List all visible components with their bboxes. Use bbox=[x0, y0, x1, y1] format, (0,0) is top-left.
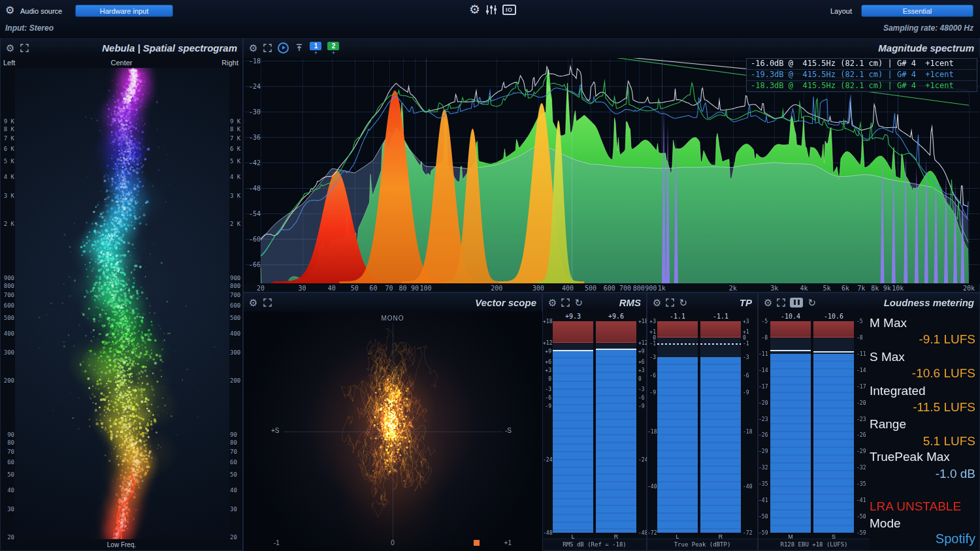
settings-gear-icon[interactable]: ⚙ bbox=[469, 3, 480, 16]
tp-peak-right: -1.1 bbox=[700, 313, 741, 320]
meter-tick: -48 bbox=[543, 530, 551, 536]
mixer-sliders-icon[interactable] bbox=[485, 5, 497, 15]
freq-tick: 40 bbox=[230, 487, 243, 494]
meter-tick: -24 bbox=[638, 457, 647, 463]
hardware-input-button[interactable]: Hardware input bbox=[75, 5, 173, 17]
freq-tick: 400 bbox=[1, 330, 14, 337]
meter-tick: -40 bbox=[743, 484, 753, 490]
rms-title: RMS bbox=[619, 297, 641, 308]
spatial-spectrogram-canvas[interactable] bbox=[15, 68, 229, 539]
freq-tick: 300 bbox=[532, 285, 544, 292]
db-tick: -48 bbox=[249, 185, 261, 192]
slot-2-add-icon[interactable]: + bbox=[332, 50, 335, 55]
meter-value-line bbox=[657, 343, 698, 345]
tp-settings-gear-icon[interactable]: ⚙ bbox=[653, 298, 661, 307]
magnitude-db-scale: -18-24-30-36-42-48-54-60-66 bbox=[245, 58, 261, 283]
reset-icon[interactable]: ↻ bbox=[808, 298, 816, 307]
fullscreen-icon[interactable] bbox=[777, 298, 785, 307]
loudness-meter-bar-s[interactable] bbox=[813, 321, 854, 533]
loudness-peak-m: -10.4 bbox=[770, 313, 811, 320]
meter-tick: -6 bbox=[743, 373, 753, 379]
fullscreen-icon[interactable] bbox=[263, 44, 272, 52]
loudness-settings-gear-icon[interactable]: ⚙ bbox=[764, 298, 772, 307]
freq-tick: 600 bbox=[604, 285, 615, 292]
rms-meter-bar-left[interactable] bbox=[553, 321, 593, 533]
mode-value[interactable]: Spotify bbox=[936, 531, 975, 546]
rms-footer: RMS dB (Ref = -18) bbox=[543, 539, 646, 550]
rms-settings-gear-icon[interactable]: ⚙ bbox=[548, 298, 557, 307]
freq-tick: 50 bbox=[1, 471, 14, 478]
freq-tick: 60 bbox=[230, 459, 243, 465]
audio-source-settings-gear-icon[interactable]: ⚙ bbox=[5, 5, 14, 16]
pause-button[interactable] bbox=[790, 298, 803, 307]
freq-tick: 80 bbox=[1, 439, 14, 446]
spectrum-slot-1[interactable]: 1 + bbox=[310, 42, 321, 55]
db-tick: -18 bbox=[249, 57, 261, 65]
freq-tick: 900 bbox=[230, 275, 243, 281]
meter-tick: +6 bbox=[638, 359, 647, 365]
db-tick: -60 bbox=[249, 236, 261, 243]
meter-tick: -17 bbox=[759, 384, 768, 390]
tp-header: ⚙ ↻ TP bbox=[647, 293, 757, 311]
freq-tick: 800 bbox=[230, 283, 243, 289]
freq-tick: 90 bbox=[1, 432, 14, 438]
freq-tick: 3 K bbox=[1, 193, 14, 199]
meter-tick: +3 bbox=[638, 368, 647, 373]
layout-essential-button[interactable]: Essential bbox=[861, 5, 973, 17]
nebula-settings-gear-icon[interactable]: ⚙ bbox=[6, 43, 14, 53]
meter-tick: -59 bbox=[857, 530, 868, 536]
cursor-readout-row: -16.0dB @ 415.5Hz (82.1 cm) | G# 4 +1cen… bbox=[747, 59, 977, 69]
freq-tick: 6 K bbox=[1, 146, 14, 152]
meter-tick: -9 bbox=[543, 403, 551, 409]
tp-scale-left: +3+10-1-3-6-9-18-40-72 bbox=[647, 293, 656, 550]
reset-icon[interactable]: ↻ bbox=[574, 298, 583, 307]
fullscreen-icon[interactable] bbox=[561, 298, 570, 307]
vector-settings-gear-icon[interactable]: ⚙ bbox=[249, 298, 257, 307]
freq-tick: 8k bbox=[871, 285, 879, 292]
meter-tick: -18 bbox=[647, 429, 656, 435]
snapshot-to-top-icon[interactable] bbox=[295, 43, 304, 52]
freq-tick: 4k bbox=[800, 285, 808, 292]
live-play-icon[interactable] bbox=[278, 42, 289, 54]
magnitude-title: Magnitude spectrum bbox=[878, 42, 974, 54]
loudness-meter-bar-m[interactable] bbox=[770, 321, 811, 533]
meter-tick: +12 bbox=[638, 340, 647, 346]
freq-tick: 5 K bbox=[230, 158, 243, 165]
magnitude-settings-gear-icon[interactable]: ⚙ bbox=[249, 43, 257, 53]
meter-tick: -14 bbox=[759, 368, 768, 373]
tp-footer: True Peak (dBTP) bbox=[647, 539, 757, 550]
freq-tick: 20k bbox=[963, 285, 975, 292]
stat-value-truepeak-max: -1.0 dB bbox=[936, 467, 975, 481]
freq-tick: 7 K bbox=[1, 135, 14, 142]
freq-tick: 600 bbox=[230, 302, 243, 309]
freq-tick: 80 bbox=[399, 285, 407, 292]
db-tick: -36 bbox=[249, 134, 261, 141]
freq-tick: 200 bbox=[491, 285, 502, 292]
tp-meter-bar-left[interactable] bbox=[657, 321, 698, 533]
slot-1-add-icon[interactable]: + bbox=[314, 50, 318, 55]
stat-value-range: 5.1 LUFS bbox=[923, 434, 975, 449]
freq-tick: 70 bbox=[1, 449, 14, 455]
vector-header: ⚙ Vector scope bbox=[244, 293, 542, 311]
tp-meter-bar-right[interactable] bbox=[700, 321, 741, 533]
freq-tick: 90 bbox=[411, 285, 419, 292]
loudness-metering-panel: ⚙ ↻ Loudness metering -10.4 -10.6 -5-8-1… bbox=[758, 292, 980, 551]
freq-tick: 20 bbox=[257, 285, 265, 292]
rms-scale-right: +18+12+9+6+30-3-6-9-24-48 bbox=[638, 293, 647, 550]
mono-axis-label: MONO bbox=[244, 315, 542, 322]
freq-tick: 2 K bbox=[230, 221, 243, 227]
freq-tick: 4 K bbox=[1, 174, 14, 180]
freq-tick: 5k bbox=[823, 285, 830, 292]
reset-icon[interactable]: ↻ bbox=[679, 298, 687, 307]
rms-meter-bar-right[interactable] bbox=[596, 321, 636, 533]
meter-value-line bbox=[770, 350, 811, 351]
spectrum-slot-2[interactable]: 2 + bbox=[327, 42, 339, 55]
fullscreen-icon[interactable] bbox=[666, 298, 674, 307]
freq-tick: 500 bbox=[1, 315, 14, 321]
magnitude-freq-scale: 2030405060708090100200300400500600700800… bbox=[244, 285, 979, 292]
meter-tick: -72 bbox=[743, 530, 753, 536]
true-peak-meter-panel: ⚙ ↻ TP -1.1 -1.1 +3+10-1-3-6-9-18-40-72 … bbox=[647, 292, 758, 551]
fullscreen-icon[interactable] bbox=[20, 44, 29, 52]
fullscreen-icon[interactable] bbox=[263, 298, 272, 307]
io-routing-icon[interactable]: IO bbox=[502, 5, 516, 15]
